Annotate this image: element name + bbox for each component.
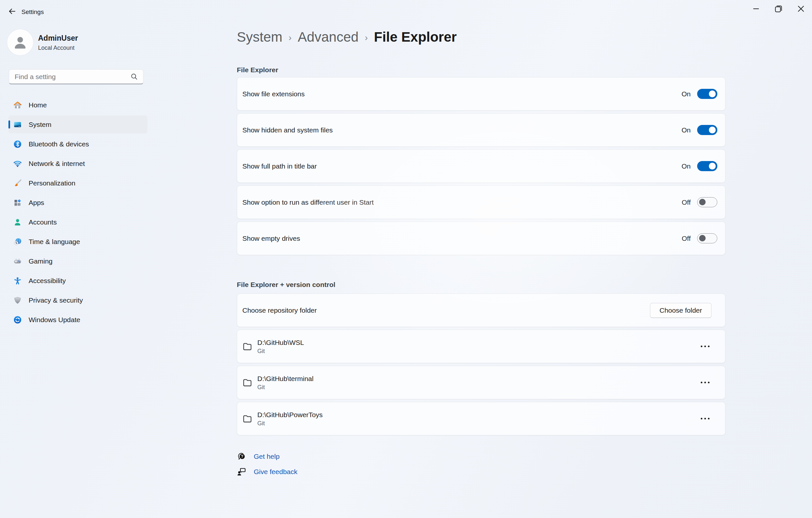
shield-icon	[13, 296, 22, 305]
sidebar-item-home[interactable]: Home	[8, 96, 147, 114]
sidebar-item-label: Bluetooth & devices	[29, 140, 89, 148]
window-controls	[745, 0, 812, 18]
restore-button[interactable]	[767, 0, 789, 18]
breadcrumb-system[interactable]: System	[237, 29, 282, 46]
sidebar-item-label: Accessibility	[29, 277, 66, 285]
sidebar-item-label: Windows Update	[29, 316, 80, 324]
repo-path: D:\GitHub\PowerToys	[257, 411, 323, 419]
sidebar-item-accounts[interactable]: Accounts	[8, 213, 147, 231]
setting-label: Show option to run as different user in …	[242, 199, 374, 206]
sidebar-item-personalization[interactable]: Personalization	[8, 174, 147, 192]
accessibility-icon	[13, 276, 22, 285]
repo-path: D:\GitHub\terminal	[257, 375, 314, 383]
toggle-show-full-path[interactable]	[697, 161, 717, 171]
time-language-icon	[13, 237, 22, 246]
setting-label: Choose repository folder	[242, 307, 317, 314]
system-icon	[13, 120, 22, 129]
sidebar-item-gaming[interactable]: Gaming	[8, 252, 147, 270]
repo-provider: Git	[257, 348, 304, 355]
more-options-button[interactable]	[700, 341, 710, 352]
sidebar-item-label: Privacy & security	[29, 296, 83, 304]
search-icon[interactable]	[130, 73, 138, 81]
toggle-show-file-extensions[interactable]	[697, 89, 717, 99]
repo-provider: Git	[257, 420, 323, 427]
profile-account-type: Local Account	[38, 45, 75, 51]
sidebar-item-accessibility[interactable]: Accessibility	[8, 272, 147, 290]
sidebar-item-label: Personalization	[29, 179, 76, 187]
toggle-state-label: Off	[682, 235, 691, 242]
setting-label: Show full path in title bar	[242, 162, 317, 170]
breadcrumb-advanced[interactable]: Advanced	[298, 29, 358, 46]
minimize-button[interactable]	[745, 0, 767, 18]
avatar	[7, 29, 33, 55]
toggle-knob	[709, 163, 716, 170]
sidebar-item-bluetooth-devices[interactable]: Bluetooth & devices	[8, 135, 147, 153]
network-icon	[13, 159, 22, 168]
bluetooth-icon	[13, 140, 22, 149]
sidebar-item-time-language[interactable]: Time & language	[8, 233, 147, 251]
toggle-state-label: Off	[682, 199, 691, 206]
folder-icon	[242, 342, 253, 351]
setting-label: Show hidden and system files	[242, 126, 333, 134]
search-input[interactable]	[9, 73, 130, 81]
sidebar-item-privacy-security[interactable]: Privacy & security	[8, 291, 147, 309]
toggle-state-label: On	[682, 90, 691, 98]
folder-icon	[242, 378, 253, 387]
back-button[interactable]	[5, 4, 20, 19]
get-help-row[interactable]: ? Get help	[236, 451, 297, 462]
repo-row-terminal: D:\GitHub\terminal Git	[237, 366, 725, 399]
more-options-button[interactable]	[700, 413, 710, 424]
setting-row-show-empty-drives: Show empty drives Off	[237, 222, 725, 255]
close-button[interactable]	[789, 0, 812, 18]
apps-icon	[13, 198, 22, 207]
page-title: File Explorer	[374, 29, 457, 46]
profile-name: AdminUser	[38, 34, 78, 42]
section-title-version-control: File Explorer + version control	[237, 281, 336, 289]
sidebar-item-windows-update[interactable]: Windows Update	[8, 311, 147, 328]
sidebar-item-apps[interactable]: Apps	[8, 194, 147, 211]
close-icon	[797, 5, 805, 13]
chevron-right-icon: ›	[289, 29, 291, 46]
section-title-file-explorer: File Explorer	[237, 66, 278, 74]
sidebar-item-label: Apps	[29, 199, 44, 207]
sidebar-item-system[interactable]: System	[8, 116, 147, 134]
help-bubble-icon: ?	[236, 452, 246, 461]
app-title: Settings	[22, 8, 44, 16]
choose-folder-button[interactable]: Choose folder	[650, 303, 712, 318]
more-options-button[interactable]	[700, 377, 710, 388]
windows-update-icon	[13, 315, 22, 324]
setting-row-show-file-extensions: Show file extensions On	[237, 77, 725, 111]
gaming-icon	[13, 257, 22, 266]
restore-icon	[774, 5, 783, 13]
sidebar-item-label: Network & internet	[29, 160, 85, 168]
get-help-link[interactable]: Get help	[254, 453, 280, 460]
setting-label: Show file extensions	[242, 90, 304, 98]
version-control-settings: Choose repository folder Choose folder D…	[237, 293, 725, 435]
sidebar-item-label: System	[29, 121, 51, 128]
give-feedback-link[interactable]: Give feedback	[254, 468, 297, 476]
setting-row-run-as-different-user: Show option to run as different user in …	[237, 185, 725, 219]
back-arrow-icon	[7, 6, 17, 16]
user-icon	[12, 34, 28, 50]
repo-row-powertoys: D:\GitHub\PowerToys Git	[237, 402, 725, 435]
sidebar-item-label: Accounts	[29, 218, 57, 226]
setting-row-show-hidden-system-files: Show hidden and system files On	[237, 113, 725, 147]
sidebar-item-network-internet[interactable]: Network & internet	[8, 154, 147, 172]
repo-path: D:\GitHub\WSL	[257, 338, 304, 347]
folder-icon	[242, 414, 253, 424]
toggle-show-empty-drives[interactable]	[697, 233, 717, 243]
sidebar-nav: Home System Bluetooth & d	[8, 96, 147, 328]
give-feedback-row[interactable]: Give feedback	[236, 466, 297, 477]
feedback-icon	[236, 467, 246, 477]
file-explorer-settings: Show file extensions On Show hidden and …	[237, 77, 725, 255]
repo-row-wsl: D:\GitHub\WSL Git	[237, 329, 725, 363]
breadcrumb: System › Advanced › File Explorer	[237, 29, 457, 47]
home-icon	[13, 100, 22, 110]
footer-links: ? Get help Give feedback	[236, 451, 297, 477]
accounts-icon	[13, 218, 22, 227]
toggle-run-as-different-user[interactable]	[697, 197, 717, 207]
toggle-state-label: On	[682, 162, 691, 170]
sidebar-item-label: Time & language	[29, 238, 80, 246]
toggle-show-hidden-system-files[interactable]	[697, 125, 717, 135]
search-box	[9, 69, 143, 84]
